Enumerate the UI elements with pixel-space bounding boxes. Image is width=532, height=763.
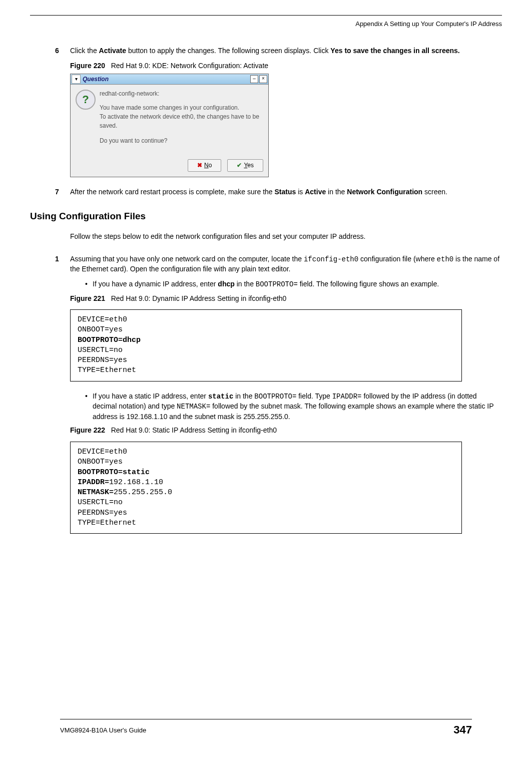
close-icon[interactable]: ×	[259, 75, 267, 83]
dialog-question: Do you want to continue?	[100, 136, 263, 145]
minimize-icon[interactable]: –	[250, 75, 258, 83]
bullet-dynamic-ip: • If you have a dynamic IP address, ente…	[30, 279, 502, 290]
dialog-system-menu-icon[interactable]: ▾	[72, 75, 81, 84]
dialog-subtitle: redhat-config-network:	[100, 90, 263, 98]
intro-text: Follow the steps below to edit the netwo…	[30, 232, 502, 242]
dialog-titlebar: ▾ Question – ×	[71, 74, 268, 85]
dialog-title: Question	[83, 75, 250, 84]
yes-button[interactable]: ✔ Yes	[227, 159, 263, 172]
step-number: 7	[55, 187, 70, 197]
figure-220-caption: Figure 220 Red Hat 9.0: KDE: Network Con…	[30, 61, 502, 71]
step-1: 1 Assuming that you have only one networ…	[30, 254, 502, 274]
section-heading: Using Configuration Files	[30, 210, 502, 223]
dialog-message: You have made some changes in your confi…	[100, 103, 263, 130]
step-6: 6 Click the Activate button to apply the…	[30, 46, 502, 56]
no-icon: ✖	[197, 161, 202, 170]
footer-guide-name: VMG8924-B10A User's Guide	[60, 726, 146, 735]
step-number: 6	[55, 46, 70, 56]
question-dialog: ▾ Question – × ? redhat-config-network: …	[70, 74, 269, 177]
question-icon: ?	[76, 90, 96, 110]
page-header: Appendix A Setting up Your Computer's IP…	[30, 20, 502, 29]
step-number: 1	[55, 254, 70, 274]
bullet-static-ip: • If you have a static IP address, enter…	[30, 392, 502, 422]
no-button[interactable]: ✖ No	[188, 159, 221, 172]
code-block-dhcp: DEVICE=eth0 ONBOOT=yes BOOTPROTO=dhcp US…	[70, 309, 462, 381]
figure-222-caption: Figure 222 Red Hat 9.0: Static IP Addres…	[30, 426, 502, 436]
yes-icon: ✔	[237, 161, 242, 170]
figure-221-caption: Figure 221 Red Hat 9.0: Dynamic IP Addre…	[30, 294, 502, 304]
code-block-static: DEVICE=eth0 ONBOOT=yes BOOTPROTO=static …	[70, 442, 462, 534]
page-footer: VMG8924-B10A User's Guide 347	[60, 719, 472, 738]
page-number: 347	[453, 722, 472, 738]
step-text: Click the Activate button to apply the c…	[70, 46, 502, 56]
step-text: Assuming that you have only one network …	[70, 254, 502, 274]
step-7: 7 After the network card restart process…	[30, 187, 502, 197]
step-text: After the network card restart process i…	[70, 187, 502, 197]
